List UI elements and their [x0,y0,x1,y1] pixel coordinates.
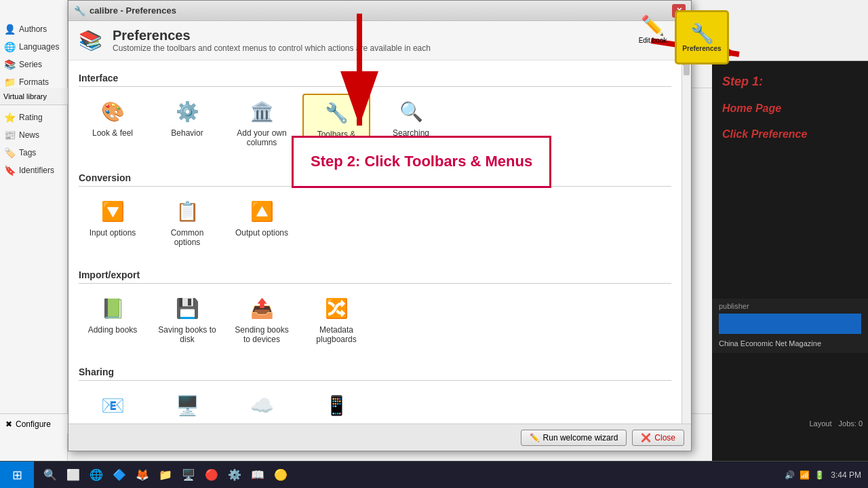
columns-icon: 🏛️ [250,100,274,123]
import-export-items: 📗 Adding books 💾 Saving books to disk 📤 … [79,290,671,351]
section-import-export: Import/export [79,264,671,284]
publisher-label: publisher [719,302,861,310]
layout-label: Layout [810,419,832,428]
pref-common-options[interactable]: 📋 Common options [153,193,221,254]
preferences-header: 📚 Preferences Customize the toolbars and… [68,21,691,60]
virtual-library-button[interactable]: Virtual library [0,88,68,105]
sharing-items: 📧 Sharing books by email 🖥️ Sharing over… [79,388,671,424]
configure-button[interactable]: ✖ Configure [0,413,68,434]
pref-saving-books[interactable]: 💾 Saving books to disk [153,290,221,351]
close-icon: ❌ [641,433,651,443]
behavior-icon: ⚙️ [176,100,199,123]
tray-icon-3: 🔋 [813,469,825,481]
pref-look-feel[interactable]: 🎨 Look & feel [79,94,146,157]
pref-behavior[interactable]: ⚙️ Behavior [153,94,221,157]
tray-icon-1: 🔊 [783,469,795,481]
toolbars-icon: 🔧 [325,102,349,124]
sidebar-item-rating[interactable]: ⭐ Rating [0,109,67,126]
preferences-header-desc: Customize the toolbars and context menus… [113,43,431,53]
pref-metadata-plugboards[interactable]: 🔀 Metadata plugboards [302,290,370,351]
taskbar-ie[interactable]: 🔷 [108,464,130,486]
taskbar-folder[interactable]: 📁 [155,464,176,486]
sidebar-item-languages[interactable]: 🌐 Languages [0,38,67,56]
taskbar-app3[interactable]: ⚙️ [224,464,245,486]
sharing-email-icon: 📧 [101,394,125,417]
preferences-titlebar: 🔧 calibre - Preferences ✕ [68,1,691,21]
input-options-icon: 🔽 [101,200,125,223]
run-wizard-button[interactable]: ✏️ Run welcome wizard [521,430,627,446]
metadata-plugboards-icon: 🔀 [325,297,349,320]
sidebar-item-identifiers[interactable]: 🔖 Identifiers [0,162,67,179]
languages-icon: 🌐 [4,41,16,52]
metadata-download-icon: ☁️ [250,394,274,417]
start-button[interactable]: ⊞ [0,462,34,489]
preferences-dialog: 🔧 calibre - Preferences ✕ 📚 Preferences … [68,0,692,451]
sidebar-item-series[interactable]: 📚 Series [0,56,67,73]
taskbar-icons: 🔍 ⬜ 🌐 🔷 🦊 📁 🖥️ 🔴 ⚙️ 📖 🟡 [34,464,297,486]
pref-input-options[interactable]: 🔽 Input options [79,193,146,254]
preferences-title: calibre - Preferences [90,5,176,16]
look-feel-icon: 🎨 [101,100,125,123]
preferences-header-title: Preferences [113,28,431,43]
configure-icon: ✖ [5,419,12,429]
preferences-body: Interface 🎨 Look & feel ⚙️ Behavior 🏛️ A… [68,60,682,424]
taskbar-right: 🔊 📶 🔋 3:44 PM [776,469,868,481]
pref-adding-books[interactable]: 📗 Adding books [79,290,146,351]
edit-book-button[interactable]: ✏️ Edit book [634,10,671,48]
pref-sharing-net[interactable]: 🖥️ Sharing over the net [153,388,221,424]
jobs-label: Jobs: 0 [839,419,863,428]
pref-output-options[interactable]: 🔼 Output options [228,193,296,254]
publisher-bar [719,314,861,334]
sidebar-item-authors[interactable]: 👤 Authors [0,20,67,38]
series-icon: 📚 [4,59,16,70]
taskbar-time: 3:44 PM [831,470,861,480]
taskbar: ⊞ 🔍 ⬜ 🌐 🔷 🦊 📁 🖥️ 🔴 ⚙️ 📖 🟡 🔊 📶 🔋 3:44 PM [0,461,868,488]
step2-text: Step 2: Click Toolbars & Menus [311,153,532,170]
pref-sharing-email[interactable]: 📧 Sharing books by email [79,388,146,424]
pref-ignored-devices[interactable]: 📱 Ignored devices [302,388,370,424]
taskbar-search[interactable]: 🔍 [39,464,61,486]
step1-label: Step 1: [722,75,858,89]
preferences-corner-icon: 🔧 [690,22,714,45]
taskbar-firefox[interactable]: 🦊 [132,464,153,486]
pref-sending-books[interactable]: 📤 Sending books to devices [228,290,296,351]
common-options-icon: 📋 [176,200,199,223]
authors-icon: 👤 [4,24,16,35]
tags-icon: 🏷️ [4,147,16,158]
searching-icon: 🔍 [399,100,423,123]
calibre-sidebar: Virtual library 👤 Authors 🌐 Languages 📚 … [0,0,68,461]
step1-home: Home Page [722,102,858,115]
scrollbar[interactable] [682,60,691,424]
step2-popup: Step 2: Click Toolbars & Menus [292,136,551,188]
sidebar-item-tags[interactable]: 🏷️ Tags [0,144,67,162]
taskbar-task-view[interactable]: ⬜ [62,464,84,486]
section-interface: Interface [79,67,671,87]
formats-icon: 📁 [4,77,16,88]
section-sharing: Sharing [79,361,671,381]
taskbar-app2[interactable]: 🔴 [201,464,222,486]
taskbar-app4[interactable]: 🟡 [270,464,292,486]
tray-icon-2: 📶 [798,469,810,481]
preferences-corner-button[interactable]: 🔧 Preferences [675,10,729,64]
taskbar-app1[interactable]: 🖥️ [178,464,199,486]
layout-bar: Layout Jobs: 0 [712,413,868,434]
right-panel: Step 1: Home Page Click Preference [712,61,868,461]
sending-books-icon: 📤 [250,297,274,320]
taskbar-tray: 🔊 📶 🔋 [783,469,825,481]
taskbar-calibre[interactable]: 📖 [247,464,269,486]
adding-books-icon: 📗 [101,297,125,320]
output-options-icon: 🔼 [250,200,274,223]
pref-own-columns[interactable]: 🏛️ Add your own columns [228,94,296,157]
sidebar-item-news[interactable]: 📰 News [0,126,67,144]
news-icon: 📰 [4,130,16,140]
close-button[interactable]: ❌ Close [632,430,684,446]
publisher-panel: publisher China Economic Net Magazine [712,299,868,353]
edit-book-icon: ✏️ [641,14,665,37]
pref-metadata-download[interactable]: ☁️ Metadata download [228,388,296,424]
preferences-footer: ✏️ Run welcome wizard ❌ Close [68,424,691,451]
sharing-net-icon: 🖥️ [176,394,199,417]
preferences-title-icon: 🔧 [74,5,85,16]
taskbar-edge[interactable]: 🌐 [85,464,107,486]
saving-books-icon: 💾 [176,297,199,320]
step1-click: Click Preference [722,128,858,140]
